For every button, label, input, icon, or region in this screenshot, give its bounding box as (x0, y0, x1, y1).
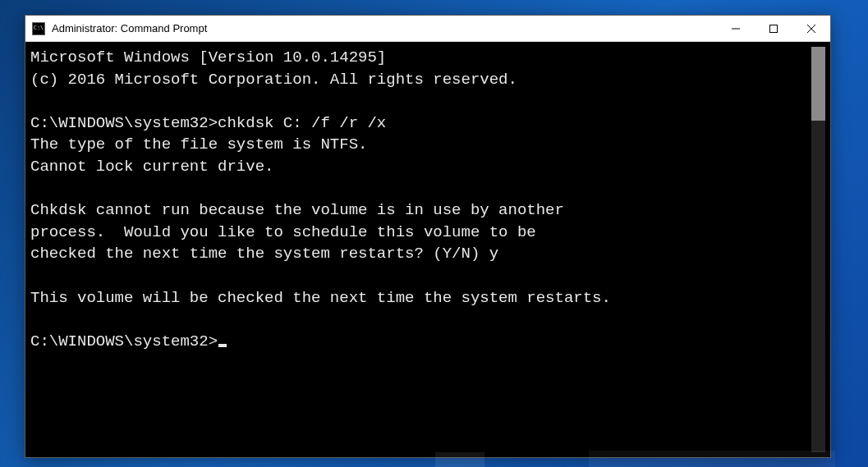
output-line: checked the next time the system restart… (30, 245, 498, 263)
copyright-line: (c) 2016 Microsoft Corporation. All righ… (30, 71, 517, 89)
close-button[interactable] (792, 16, 830, 41)
output-line: process. Would you like to schedule this… (30, 223, 536, 241)
command-prompt-window: C:\ Administrator: Command Prompt Micros… (25, 15, 831, 458)
window-controls (717, 16, 830, 41)
current-prompt: C:\WINDOWS\system32> (30, 332, 218, 350)
maximize-button[interactable] (755, 16, 792, 41)
console-area[interactable]: Microsoft Windows [Version 10.0.14295] (… (25, 42, 830, 457)
desktop-background-element (589, 451, 835, 467)
output-line: The type of the file system is NTFS. (30, 135, 367, 153)
output-line: Cannot lock current drive. (30, 158, 273, 176)
output-line: This volume will be checked the next tim… (30, 289, 611, 307)
prompt-line: C:\WINDOWS\system32>chkdsk C: /f /r /x (30, 114, 386, 132)
cmd-icon: C:\ (32, 22, 45, 35)
console-output: Microsoft Windows [Version 10.0.14295] (… (30, 47, 811, 452)
minimize-button[interactable] (717, 16, 755, 41)
titlebar[interactable]: C:\ Administrator: Command Prompt (25, 16, 830, 42)
version-line: Microsoft Windows [Version 10.0.14295] (30, 48, 386, 66)
output-line: Chkdsk cannot run because the volume is … (30, 201, 564, 219)
cursor (218, 344, 227, 347)
window-title: Administrator: Command Prompt (52, 22, 717, 34)
vertical-scrollbar[interactable] (811, 47, 825, 452)
scroll-thumb[interactable] (811, 47, 825, 121)
svg-rect-1 (770, 25, 778, 32)
desktop-background-element (435, 452, 485, 467)
